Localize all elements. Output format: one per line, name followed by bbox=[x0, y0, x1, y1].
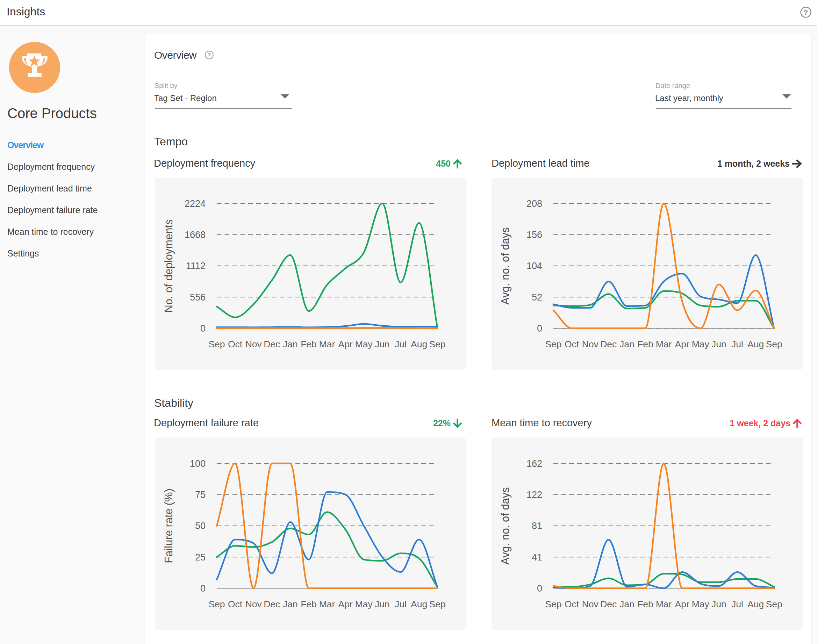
svg-text:Apr: Apr bbox=[338, 599, 353, 609]
svg-text:Nov: Nov bbox=[582, 339, 599, 350]
svg-text:Feb: Feb bbox=[637, 599, 653, 609]
svg-text:0: 0 bbox=[537, 583, 542, 594]
svg-text:May: May bbox=[692, 599, 710, 609]
svg-text:Nov: Nov bbox=[246, 599, 262, 609]
svg-text:Oct: Oct bbox=[228, 599, 243, 609]
svg-text:1668: 1668 bbox=[184, 230, 206, 240]
svg-text:No. of deployments: No. of deployments bbox=[163, 219, 175, 313]
svg-text:Jul: Jul bbox=[395, 339, 407, 350]
svg-text:0: 0 bbox=[537, 323, 542, 334]
svg-text:0: 0 bbox=[200, 323, 206, 334]
svg-text:Sep: Sep bbox=[766, 339, 782, 350]
svg-text:Sep: Sep bbox=[208, 599, 225, 609]
svg-text:Feb: Feb bbox=[637, 339, 653, 350]
svg-text:Aug: Aug bbox=[748, 339, 764, 350]
svg-text:Feb: Feb bbox=[301, 599, 317, 609]
svg-text:Nov: Nov bbox=[582, 599, 599, 609]
svg-text:Apr: Apr bbox=[338, 339, 353, 350]
svg-text:75: 75 bbox=[195, 489, 206, 500]
svg-text:Jan: Jan bbox=[283, 599, 298, 609]
svg-text:162: 162 bbox=[527, 458, 542, 469]
svg-text:Jan: Jan bbox=[619, 339, 634, 350]
svg-text:Mar: Mar bbox=[319, 339, 335, 350]
svg-text:Dec: Dec bbox=[600, 599, 617, 609]
svg-text:Sep: Sep bbox=[429, 599, 446, 609]
svg-text:Aug: Aug bbox=[411, 339, 427, 350]
svg-text:2224: 2224 bbox=[184, 198, 206, 209]
svg-text:0: 0 bbox=[200, 583, 206, 594]
svg-text:May: May bbox=[692, 339, 710, 350]
svg-text:Sep: Sep bbox=[545, 339, 561, 350]
svg-text:Oct: Oct bbox=[565, 339, 579, 350]
svg-text:156: 156 bbox=[527, 230, 542, 240]
svg-text:Sep: Sep bbox=[429, 339, 446, 350]
svg-text:Jan: Jan bbox=[619, 599, 634, 609]
svg-text:556: 556 bbox=[190, 292, 206, 303]
svg-text:104: 104 bbox=[527, 261, 542, 271]
svg-text:Mar: Mar bbox=[656, 599, 672, 609]
svg-text:Jul: Jul bbox=[395, 599, 407, 609]
svg-text:Mar: Mar bbox=[319, 599, 335, 609]
svg-text:208: 208 bbox=[527, 198, 542, 209]
svg-text:Nov: Nov bbox=[246, 339, 262, 350]
svg-text:81: 81 bbox=[532, 521, 542, 531]
svg-text:Jul: Jul bbox=[731, 599, 743, 609]
svg-text:Jul: Jul bbox=[731, 339, 743, 350]
svg-text:Sep: Sep bbox=[766, 599, 782, 609]
svg-text:Apr: Apr bbox=[675, 599, 690, 609]
svg-text:Feb: Feb bbox=[301, 339, 317, 350]
svg-text:Apr: Apr bbox=[675, 339, 690, 350]
svg-text:Avg. no. of days: Avg. no. of days bbox=[499, 487, 511, 565]
svg-text:25: 25 bbox=[195, 552, 206, 563]
svg-text:1112: 1112 bbox=[186, 261, 206, 271]
svg-text:Failure rate (%): Failure rate (%) bbox=[163, 489, 175, 563]
svg-text:Sep: Sep bbox=[208, 339, 225, 350]
svg-text:50: 50 bbox=[195, 521, 206, 531]
svg-text:Dec: Dec bbox=[264, 339, 280, 350]
svg-text:Sep: Sep bbox=[545, 599, 561, 609]
svg-text:52: 52 bbox=[532, 292, 542, 303]
svg-text:Aug: Aug bbox=[411, 599, 427, 609]
svg-text:Dec: Dec bbox=[600, 339, 617, 350]
svg-text:Jun: Jun bbox=[375, 599, 390, 609]
svg-text:Oct: Oct bbox=[228, 339, 243, 350]
svg-text:Jun: Jun bbox=[375, 339, 390, 350]
svg-text:41: 41 bbox=[532, 552, 542, 563]
svg-text:?: ? bbox=[804, 8, 808, 17]
svg-text:?: ? bbox=[207, 52, 211, 59]
svg-text:Dec: Dec bbox=[264, 599, 280, 609]
svg-text:122: 122 bbox=[527, 489, 542, 500]
svg-text:May: May bbox=[355, 599, 373, 609]
svg-text:100: 100 bbox=[190, 458, 206, 469]
svg-text:Aug: Aug bbox=[748, 599, 764, 609]
svg-text:Jun: Jun bbox=[711, 599, 726, 609]
svg-text:Jun: Jun bbox=[711, 339, 726, 350]
svg-text:Jan: Jan bbox=[283, 339, 298, 350]
svg-text:May: May bbox=[355, 339, 373, 350]
svg-text:Avg. no. of days: Avg. no. of days bbox=[499, 227, 511, 305]
svg-text:Mar: Mar bbox=[656, 339, 672, 350]
svg-text:Oct: Oct bbox=[565, 599, 579, 609]
